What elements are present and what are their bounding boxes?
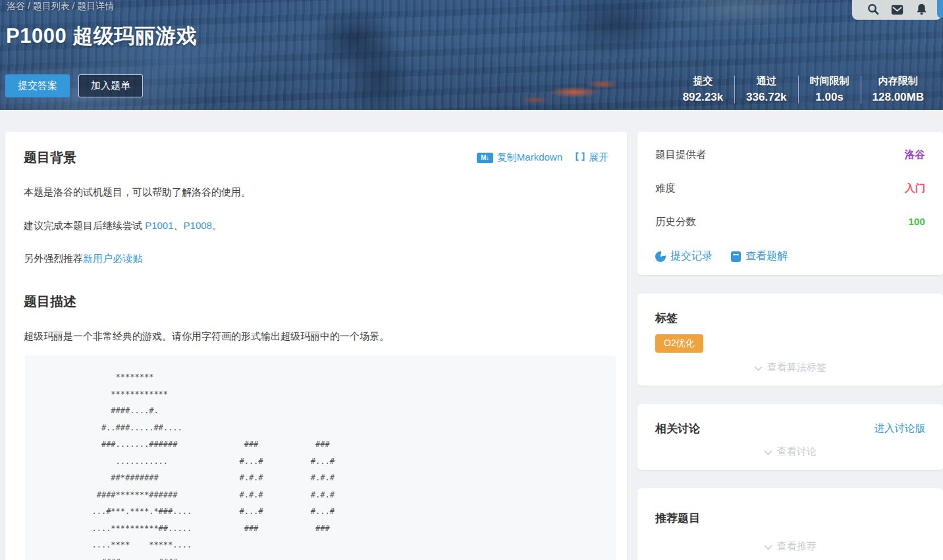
info-label: 历史分数 [655,215,696,229]
info-label: 难度 [655,182,676,195]
expand-label: 展开 [589,151,608,164]
link-p1001[interactable]: P1001 [145,220,173,231]
stat-memory-limit: 内存限制 128.00MB [861,75,935,104]
page: 洛谷 / 题目列表 / 题目详情 P1000 超级玛丽游戏 提交答案 加入题单 … [0,0,943,560]
info-links: 提交记录 查看题解 [655,249,925,263]
ascii-art-code-block: ******** ************ ####....#. #..###.… [25,355,616,560]
chevron-down-icon [764,541,772,552]
stat-value: 892.23k [683,91,723,104]
copy-markdown-button[interactable]: M↓ 复制Markdown [477,151,562,164]
link-p1008[interactable]: P1008 [184,220,212,231]
stat-value: 336.72k [746,91,786,104]
ascii-art: ******** ************ ####....#. #..###.… [40,369,609,560]
stat-value: 1.00s [810,91,849,104]
stat-label: 提交 [683,75,723,88]
text: 建议完成本题目后继续尝试 [24,220,145,231]
description-heading: 题目描述 [24,293,608,311]
info-row-score: 历史分数 100 [655,216,925,228]
problem-title: P1000 超级玛丽游戏 [6,22,197,50]
score-value: 100 [908,216,925,228]
problem-card: 题目背景 M↓ 复制Markdown 展开 本题是洛谷的试机题目，可以帮助了解洛… [5,132,627,560]
stat-label: 时间限制 [810,75,849,88]
problem-banner: 洛谷 / 题目列表 / 题目详情 P1000 超级玛丽游戏 提交答案 加入题单 … [0,0,943,110]
breadcrumb[interactable]: 洛谷 / 题目列表 / 题目详情 [7,1,114,13]
copy-markdown-label: 复制Markdown [497,151,562,164]
background-section-header: 题目背景 M↓ 复制Markdown 展开 [24,149,608,166]
chevron-down-icon [754,362,763,373]
tag-o2[interactable]: O2优化 [655,334,703,353]
discussions-header: 相关讨论 进入讨论版 [655,421,925,436]
stat-label: 通过 [746,75,786,88]
book-icon [731,251,741,262]
provider-value[interactable]: 洛谷 [905,148,925,162]
submission-records-label: 提交记录 [670,249,713,263]
show-algorithm-tags-label: 查看算法标签 [767,361,826,374]
view-solutions-label: 查看题解 [745,249,788,263]
stat-submissions: 提交 892.23k [672,75,734,104]
tags-heading: 标签 [655,311,925,326]
add-to-problem-list-button[interactable]: 加入题单 [78,74,143,97]
pie-chart-icon [655,251,666,262]
user-avatar[interactable] [937,0,943,18]
info-row-difficulty: 难度 入门 [655,182,925,194]
problem-stats: 提交 892.23k 通过 336.72k 时间限制 1.00s 内存限制 12… [672,75,935,104]
problem-info-card: 题目提供者 洛谷 难度 入门 历史分数 100 提交记录 [637,132,943,275]
sidebar: 题目提供者 洛谷 难度 入门 历史分数 100 提交记录 [637,132,943,560]
background-paragraph-1: 本题是洛谷的试机题目，可以帮助了解洛谷的使用。 [24,185,608,200]
description-paragraph: 超级玛丽是一个非常经典的游戏。请你用字符画的形式输出超级玛丽中的一个场景。 [24,329,608,344]
card-actions: M↓ 复制Markdown 展开 [477,151,608,164]
text: 另外强烈推荐 [24,253,83,264]
expand-icon [576,152,585,163]
stat-value: 128.00MB [873,91,924,104]
submission-records-link[interactable]: 提交记录 [655,249,713,263]
expand-button[interactable]: 展开 [576,151,608,164]
notifications-icon[interactable] [916,3,927,15]
text: 、 [174,220,184,231]
tags-card: 标签 O2优化 查看算法标签 [637,293,943,386]
link-newbie-guide[interactable]: 新用户必读贴 [83,253,142,264]
messages-icon[interactable] [891,5,903,15]
stat-time-limit: 时间限制 1.00s [799,75,861,104]
background-heading: 题目背景 [24,149,76,166]
show-recommendations-label: 查看推荐 [777,540,817,553]
show-discussions-label: 查看讨论 [777,445,817,458]
view-solutions-link[interactable]: 查看题解 [731,249,788,263]
discussions-card: 相关讨论 进入讨论版 查看讨论 [637,404,943,470]
background-paragraph-2: 建议完成本题目后继续尝试 P1001、P1008。 [24,218,608,234]
show-discussions-toggle[interactable]: 查看讨论 [655,445,925,458]
banner-buttons: 提交答案 加入题单 [5,74,143,97]
difficulty-value: 入门 [905,182,925,195]
stat-accepted: 通过 336.72k [735,75,797,104]
recommendations-heading: 推荐题目 [655,511,925,526]
text: 。 [212,220,222,231]
info-row-provider: 题目提供者 洛谷 [655,149,925,161]
stat-label: 内存限制 [873,75,924,88]
chevron-down-icon [764,446,772,457]
discussions-heading: 相关讨论 [655,421,700,436]
submit-answer-button[interactable]: 提交答案 [5,74,70,97]
enter-discussion-board-link[interactable]: 进入讨论版 [875,422,926,436]
topbar-icon-panel [852,0,942,20]
show-recommendations-toggle[interactable]: 查看推荐 [655,540,925,553]
content-area: 题目背景 M↓ 复制Markdown 展开 本题是洛谷的试机题目，可以帮助了解洛… [0,110,943,560]
recommendations-card: 推荐题目 查看推荐 [637,488,943,560]
markdown-icon: M↓ [477,153,493,163]
info-label: 题目提供者 [655,148,707,162]
show-algorithm-tags-toggle[interactable]: 查看算法标签 [655,361,925,374]
background-paragraph-3: 另外强烈推荐新用户必读贴 [24,251,608,267]
search-icon[interactable] [867,3,879,15]
